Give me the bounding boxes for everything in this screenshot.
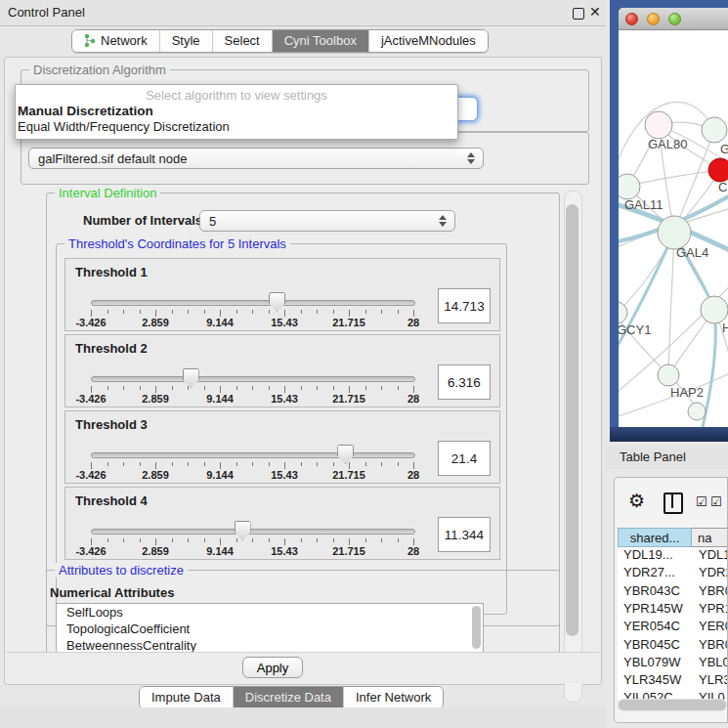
tab-label: Infer Network: [356, 690, 431, 705]
column-header-shared-name[interactable]: shared...: [618, 528, 692, 547]
network-node[interactable]: [645, 111, 672, 139]
slider-knob[interactable]: [337, 445, 354, 464]
cell-name: YDR2: [699, 565, 728, 579]
table-hscrollbar-thumb[interactable]: [619, 700, 726, 710]
slider-tick: [349, 386, 350, 393]
algorithm-placeholder: Select algorithm to view settings: [16, 85, 457, 103]
combo-arrows-icon: [466, 152, 476, 164]
thresholds-group: Threshold's Coordinates for 5 Intervals …: [56, 243, 507, 615]
slider-tick: [204, 310, 205, 314]
threshold-row: Threshold 2-3.4262.8599.14415.4321.71528…: [64, 334, 500, 407]
network-node[interactable]: [708, 158, 728, 182]
slider-track[interactable]: [91, 300, 415, 306]
slider-track[interactable]: [91, 376, 415, 382]
slider-knob[interactable]: [183, 368, 199, 388]
slider-track[interactable]: [91, 452, 415, 458]
slider-tick: [220, 462, 221, 469]
tab-discretize-data[interactable]: Discretize Data: [234, 687, 344, 708]
slider-tick: [107, 538, 108, 542]
algorithm-option[interactable]: Equal Width/Frequency Discretization: [16, 118, 457, 134]
table-data-combo[interactable]: galFiltered.sif default node: [28, 148, 484, 169]
slider-tick: [317, 386, 318, 390]
tab-select[interactable]: Select: [213, 30, 273, 52]
network-node[interactable]: [688, 403, 706, 420]
cell-shared-name: YDR27...: [623, 565, 675, 579]
network-window-titlebar[interactable]: [619, 8, 728, 30]
slider-tick: [140, 538, 141, 542]
threshold-value-box[interactable]: 11.344: [438, 517, 491, 552]
threshold-value-box[interactable]: 21.4: [438, 441, 491, 476]
slider-tick: [269, 310, 270, 314]
numerical-attributes-list[interactable]: SelfLoopsTopologicalCoefficientBetweenne…: [56, 603, 484, 654]
threshold-label: Threshold 4: [75, 493, 148, 508]
table-row[interactable]: YBR043CYBR0: [618, 583, 728, 601]
network-node[interactable]: [702, 117, 727, 143]
gear-icon[interactable]: ⚙: [628, 490, 645, 512]
column-header-name[interactable]: na: [692, 528, 728, 547]
slider-tick: [317, 538, 318, 542]
attributes-group-label: Attributes to discretize: [55, 563, 188, 578]
tab-cyni-toolbox[interactable]: Cyni Toolbox: [273, 30, 369, 52]
slider-tick: [333, 462, 334, 466]
slider-tick: [284, 310, 285, 317]
close-traffic-light[interactable]: [625, 13, 638, 25]
table-row[interactable]: YBL079WYBL0: [618, 655, 728, 672]
table-hscrollbar-track[interactable]: [618, 699, 727, 711]
tab-network[interactable]: Network: [72, 30, 160, 52]
minimize-traffic-light[interactable]: [647, 13, 660, 25]
network-node[interactable]: [701, 296, 728, 323]
slider-tick-label: 15.43: [271, 469, 298, 481]
slider-tick: [317, 462, 318, 466]
zoom-traffic-light[interactable]: [668, 13, 681, 25]
attributes-scrollbar[interactable]: [472, 606, 481, 649]
tab-style[interactable]: Style: [160, 30, 213, 52]
slider-knob[interactable]: [269, 292, 285, 312]
number-of-intervals-spinner[interactable]: 5: [199, 210, 455, 232]
table-row[interactable]: YPR145WYPR1: [618, 601, 728, 619]
tab-infer-network[interactable]: Infer Network: [344, 687, 443, 708]
table-row[interactable]: YBR045CYBR0: [618, 637, 728, 655]
columns-icon[interactable]: [664, 492, 683, 514]
float-window-icon[interactable]: [573, 8, 584, 20]
slider-tick: [220, 538, 221, 545]
tab-impute-data[interactable]: Impute Data: [140, 687, 234, 708]
network-node[interactable]: [658, 364, 679, 386]
cell-shared-name: YBR043C: [623, 583, 680, 598]
tab-jactivemnodules[interactable]: jActiveMNodules: [369, 30, 488, 52]
slider-tick: [172, 538, 173, 542]
network-node[interactable]: [658, 216, 691, 249]
slider-tick: [204, 386, 205, 390]
threshold-value-box[interactable]: 6.316: [438, 364, 491, 400]
slider-tick: [301, 310, 302, 314]
apply-button[interactable]: Apply: [242, 657, 303, 678]
panel-title: Control Panel: [8, 5, 85, 20]
table-panel-frame: ⚙ ☑ ☑ shared... na YDL19...YDL1YDR27...Y…: [614, 477, 728, 723]
network-window: GAL80GACGAL11GAL4GCY1HHAP2: [610, 0, 728, 442]
slider-tick-label: 15.43: [271, 317, 298, 328]
attribute-list-item[interactable]: TopologicalCoefficient: [57, 621, 483, 637]
checkbox-icon[interactable]: ☑: [710, 494, 722, 509]
slider-tick-label: 28: [407, 545, 419, 557]
network-node[interactable]: [619, 174, 640, 199]
slider-tick-label: -3.426: [75, 469, 106, 481]
slider-knob[interactable]: [235, 521, 251, 540]
table-row[interactable]: YDL19...YDL1: [618, 547, 728, 565]
table-row[interactable]: YDR27...YDR2: [618, 565, 728, 582]
close-icon[interactable]: ✕: [589, 4, 601, 20]
threshold-value-box[interactable]: 14.713: [438, 288, 491, 323]
attribute-list-item[interactable]: SelfLoops: [57, 604, 483, 621]
network-canvas[interactable]: GAL80GACGAL11GAL4GCY1HHAP2: [619, 29, 728, 427]
checkbox-icon[interactable]: ☑: [696, 494, 707, 509]
slider-tick: [333, 310, 334, 314]
slider-tick-label: -3.426: [75, 545, 106, 557]
algorithm-option[interactable]: Manual Discretization: [16, 103, 457, 118]
network-node[interactable]: [619, 302, 627, 323]
slider-track[interactable]: [91, 529, 415, 535]
table-row[interactable]: YER054CYER0: [618, 619, 728, 636]
slider-tick-label: 15.43: [271, 393, 298, 405]
cell-name: YBL0: [699, 655, 728, 669]
panel-scrollbar-thumb[interactable]: [566, 204, 578, 636]
slider-tick: [269, 386, 270, 390]
slider-tick: [381, 462, 382, 466]
table-row[interactable]: YLR345WYLR3: [618, 672, 728, 690]
